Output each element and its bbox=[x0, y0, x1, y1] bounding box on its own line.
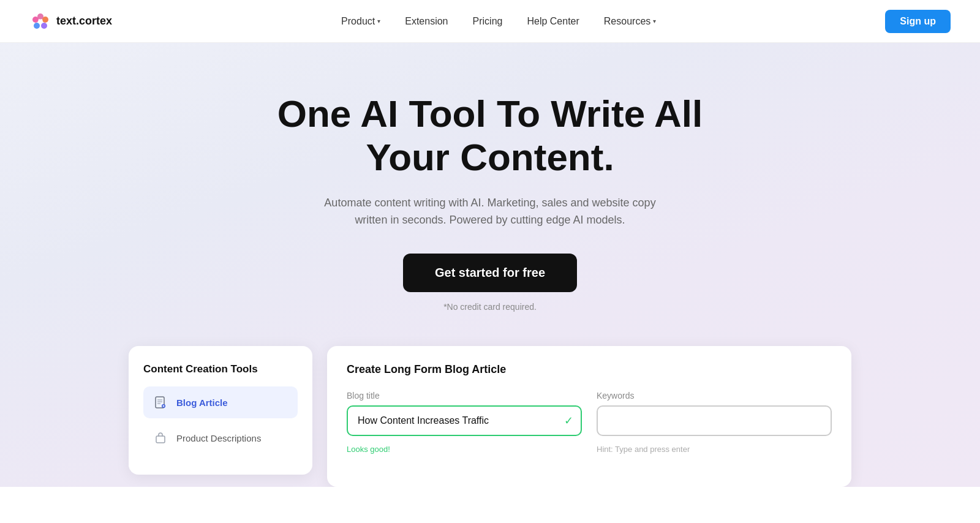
blog-title-label: Blog title bbox=[347, 391, 582, 401]
svg-point-4 bbox=[32, 17, 39, 23]
tool-item-blog-article[interactable]: Blog Article bbox=[143, 386, 298, 418]
svg-point-5 bbox=[38, 19, 43, 24]
nav-item-extension[interactable]: Extension bbox=[405, 16, 448, 27]
get-started-button[interactable]: Get started for free bbox=[403, 254, 577, 292]
keywords-label: Keywords bbox=[597, 391, 832, 401]
logo[interactable]: text.cortex bbox=[29, 10, 112, 32]
nav-links: Product ▾ Extension Pricing Help Center … bbox=[341, 16, 656, 27]
hero-title: One AI Tool To Write All Your Content. bbox=[276, 92, 704, 179]
cards-row: Content Creation Tools Blog Article bbox=[129, 346, 851, 487]
left-card: Content Creation Tools Blog Article bbox=[129, 346, 312, 475]
tool-label-blog-article: Blog Article bbox=[176, 397, 228, 408]
nav-item-pricing[interactable]: Pricing bbox=[473, 16, 503, 27]
keywords-input[interactable] bbox=[597, 405, 832, 436]
svg-point-3 bbox=[34, 23, 40, 29]
document-icon bbox=[152, 394, 169, 411]
blog-title-group: Blog title ✓ Looks good! bbox=[347, 391, 582, 454]
disclaimer-text: *No credit card required. bbox=[443, 302, 537, 312]
keywords-group: Keywords Hint: Type and press enter bbox=[597, 391, 832, 454]
svg-rect-13 bbox=[156, 436, 165, 443]
blog-title-input[interactable] bbox=[347, 405, 582, 436]
svg-point-2 bbox=[41, 23, 47, 29]
right-card: Create Long Form Blog Article Blog title… bbox=[327, 346, 851, 487]
check-icon: ✓ bbox=[564, 414, 573, 427]
nav-item-product[interactable]: Product ▾ bbox=[341, 16, 380, 27]
navbar: text.cortex Product ▾ Extension Pricing … bbox=[0, 0, 980, 43]
form-row: Blog title ✓ Looks good! Keywords Hint: … bbox=[347, 391, 832, 454]
chevron-down-icon: ▾ bbox=[377, 18, 380, 24]
tool-label-product-descriptions: Product Descriptions bbox=[176, 433, 261, 443]
blog-title-input-wrap: ✓ bbox=[347, 405, 582, 436]
hero-section: One AI Tool To Write All Your Content. A… bbox=[0, 43, 980, 487]
tool-item-product-descriptions[interactable]: Product Descriptions bbox=[143, 422, 298, 454]
right-card-title: Create Long Form Blog Article bbox=[347, 363, 832, 376]
keywords-input-wrap bbox=[597, 405, 832, 436]
bag-icon bbox=[152, 429, 169, 446]
svg-point-1 bbox=[42, 17, 48, 23]
signup-button[interactable]: Sign up bbox=[885, 10, 951, 33]
chevron-down-icon-2: ▾ bbox=[653, 18, 656, 24]
nav-item-resources[interactable]: Resources ▾ bbox=[604, 16, 656, 27]
left-card-title: Content Creation Tools bbox=[143, 363, 298, 375]
keywords-hint: Hint: Type and press enter bbox=[597, 445, 832, 454]
nav-item-help-center[interactable]: Help Center bbox=[527, 16, 579, 27]
validation-message: Looks good! bbox=[347, 445, 582, 454]
logo-text: text.cortex bbox=[56, 15, 112, 28]
hero-subtitle: Automate content writing with AI. Market… bbox=[318, 194, 662, 230]
logo-icon bbox=[29, 10, 51, 32]
